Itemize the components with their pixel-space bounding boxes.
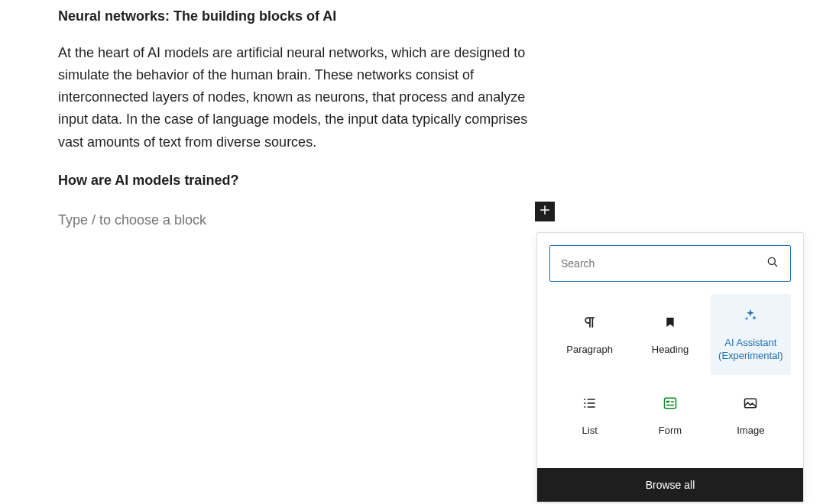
list-icon [581,394,599,412]
block-label: Image [737,425,764,438]
add-block-button[interactable] [535,202,555,221]
block-label: Form [659,425,682,438]
svg-rect-4 [664,398,676,408]
block-placeholder-text: Type / to choose a block [58,212,206,228]
block-label: Heading [652,344,689,357]
block-option-list[interactable]: List [549,375,630,456]
block-option-form[interactable]: Form [630,375,710,456]
search-input[interactable] [561,257,760,270]
paragraph-icon [581,313,599,331]
editor-content: Neural networks: The building blocks of … [0,0,535,231]
block-label: AI Assistant (Experimental) [714,337,788,363]
search-box [549,245,791,282]
block-option-heading[interactable]: Heading [630,294,710,375]
heading-icon [661,313,679,331]
block-label: List [582,425,598,438]
block-option-ai-assistant[interactable]: AI Assistant (Experimental) [711,294,791,375]
svg-point-2 [584,402,585,404]
svg-point-3 [584,406,585,408]
svg-rect-6 [745,399,757,408]
heading-block[interactable]: How are AI models trained? [58,170,535,191]
sparkle-icon [741,306,760,325]
svg-point-1 [584,399,585,400]
block-label: Paragraph [566,344,613,357]
image-icon [741,394,760,412]
form-icon [661,394,679,412]
blocks-grid: Paragraph Heading AI Assistant (Experime… [537,294,803,468]
block-option-image[interactable]: Image [711,375,791,456]
search-wrapper [537,233,803,294]
search-icon [766,255,779,272]
svg-point-0 [768,257,775,264]
plus-icon [537,202,552,221]
heading-block[interactable]: Neural networks: The building blocks of … [58,6,535,27]
browse-all-button[interactable]: Browse all [537,468,803,502]
block-option-paragraph[interactable]: Paragraph [549,294,630,375]
paragraph-block[interactable]: At the heart of AI models are artificial… [58,42,535,153]
empty-block[interactable]: Type / to choose a block [58,209,535,231]
block-inserter-popover: Paragraph Heading AI Assistant (Experime… [536,232,804,502]
svg-rect-5 [666,400,669,402]
